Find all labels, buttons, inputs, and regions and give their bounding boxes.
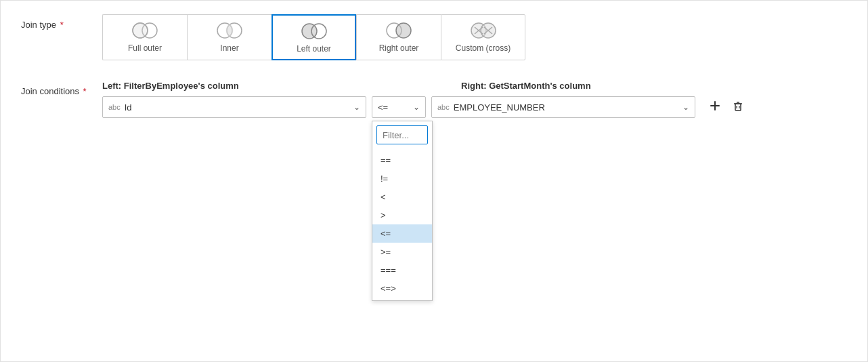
- operator-option-lte[interactable]: <=: [372, 224, 432, 243]
- operator-option-gte[interactable]: >=: [372, 243, 432, 261]
- delete-condition-button[interactable]: [729, 97, 747, 118]
- svg-point-2: [133, 23, 148, 38]
- action-icons: [706, 97, 747, 118]
- right-column-chevron-icon: ⌄: [682, 102, 689, 112]
- inner-label: Inner: [220, 43, 238, 53]
- join-conditions-row: Join conditions * Left: FilterByEmployee…: [21, 81, 847, 118]
- operator-option-lt[interactable]: <: [372, 188, 432, 206]
- full-outer-label: Full outer: [128, 43, 162, 53]
- join-type-btn-full-outer[interactable]: Full outer: [102, 14, 187, 60]
- right-column-value: EMPLOYEE_NUMBER: [454, 102, 680, 113]
- operator-dropdown-wrapper: <= ⌄ == != < > <= >= ===: [372, 96, 426, 118]
- join-conditions-required-star: *: [81, 86, 87, 96]
- join-type-options: Full outer Inner Left outer: [102, 14, 525, 60]
- left-abc-label: abc: [108, 103, 121, 111]
- join-type-label: Join type *: [21, 14, 102, 30]
- join-conditions-content: Left: FilterByEmployee's column Right: G…: [102, 81, 847, 118]
- join-conditions-label: Join conditions *: [21, 81, 102, 96]
- operator-filter-input[interactable]: [376, 125, 428, 144]
- left-outer-label: Left outer: [297, 44, 331, 54]
- join-type-btn-inner[interactable]: Inner: [187, 14, 272, 60]
- operator-option-eq[interactable]: ==: [372, 151, 432, 169]
- left-column-value: Id: [125, 102, 351, 113]
- operator-option-ltegt[interactable]: <=>: [372, 279, 432, 298]
- add-icon: [709, 100, 721, 112]
- right-column-dropdown[interactable]: abc EMPLOYEE_NUMBER ⌄: [431, 96, 695, 118]
- left-outer-icon: [300, 21, 328, 41]
- add-condition-button[interactable]: [706, 97, 724, 118]
- full-outer-icon: [131, 20, 159, 41]
- left-column-chevron-icon: ⌄: [353, 102, 360, 112]
- operator-dropdown[interactable]: <= ⌄: [372, 96, 426, 118]
- operator-popup: == != < > <= >= === <=>: [372, 121, 433, 301]
- operator-option-gt[interactable]: >: [372, 206, 432, 224]
- right-outer-label: Right outer: [379, 43, 419, 53]
- custom-cross-label: Custom (cross): [456, 43, 511, 53]
- join-type-label-text: Join type: [21, 20, 56, 30]
- page-container: Join type * Full outer Inner: [0, 0, 868, 362]
- operator-chevron-icon: ⌄: [413, 102, 420, 112]
- svg-point-8: [396, 23, 411, 38]
- join-type-btn-left-outer[interactable]: Left outer: [272, 14, 356, 60]
- custom-cross-icon: [469, 20, 498, 41]
- join-conditions-label-text: Join conditions: [21, 86, 79, 96]
- join-type-required-star: *: [58, 20, 64, 30]
- operator-option-neq[interactable]: !=: [372, 169, 432, 188]
- join-type-row: Join type * Full outer Inner: [21, 14, 847, 60]
- right-outer-icon: [385, 20, 413, 41]
- operator-option-eqeqeq[interactable]: ===: [372, 261, 432, 279]
- left-column-header: Left: FilterByEmployee's column: [102, 81, 366, 91]
- join-type-btn-custom-cross[interactable]: Custom (cross): [441, 14, 525, 60]
- inner-icon: [215, 20, 244, 41]
- svg-rect-17: [735, 104, 741, 110]
- join-type-btn-right-outer[interactable]: Right outer: [356, 14, 441, 60]
- svg-point-5: [302, 24, 317, 39]
- operator-list: == != < > <= >= === <=>: [372, 148, 432, 300]
- trash-icon: [732, 100, 744, 112]
- right-column-header: Right: GetStartMonth's column: [461, 81, 725, 91]
- condition-row-1: abc Id ⌄ <= ⌄ == !=: [102, 96, 847, 118]
- conditions-header: Left: FilterByEmployee's column Right: G…: [102, 81, 847, 91]
- operator-value: <=: [378, 102, 410, 113]
- left-column-dropdown[interactable]: abc Id ⌄: [102, 96, 366, 118]
- right-abc-label: abc: [437, 103, 450, 111]
